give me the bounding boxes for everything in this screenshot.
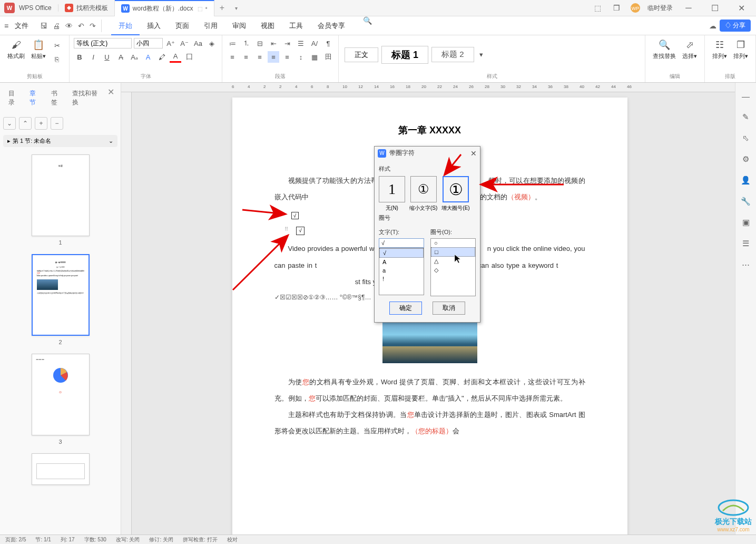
menu-tab-review[interactable]: 审阅 (225, 16, 253, 35)
select-button[interactable]: ⬀ 选择▾ (679, 37, 700, 72)
find-replace-button[interactable]: 🔍 查找替换 (650, 37, 679, 72)
shading-icon[interactable]: ▦ (309, 51, 320, 63)
thumb-4[interactable] (5, 453, 115, 485)
menu-tab-view[interactable]: 视图 (253, 16, 282, 35)
align-left-icon[interactable]: ≡ (227, 51, 238, 63)
thumb-page[interactable]: xxx xxx xxx ⊙ (32, 354, 90, 435)
box-icon[interactable]: ❒ (610, 1, 623, 15)
thumb-2[interactable]: 第一章 XXXXX 第一节 XXX 视频提供了功能强大的方法帮助您证明您的观点当… (5, 254, 115, 345)
font-color-icon[interactable]: A (170, 51, 181, 63)
list-item[interactable]: a (379, 266, 424, 275)
collapse-icon[interactable]: ⌄ (3, 117, 16, 130)
numbering-icon[interactable]: ⒈ (240, 37, 252, 49)
indent-right-icon[interactable]: ⇥ (281, 37, 293, 49)
menu-tab-insert[interactable]: 插入 (140, 16, 168, 35)
align-right-icon[interactable]: ≡ (254, 51, 266, 63)
style-enlarge[interactable]: ① 增大圈号(E) (441, 176, 469, 212)
enclose-list[interactable]: ○ □ △ ◇ (430, 238, 476, 296)
char-status[interactable]: 字数: 530 (84, 536, 106, 543)
save-icon[interactable]: 🖫 (40, 22, 47, 30)
thumb-3[interactable]: xxx xxx xxx ⊙ 3 (5, 354, 115, 445)
borders-icon[interactable]: 田 (322, 51, 334, 63)
grow-font-icon[interactable]: A⁺ (165, 37, 176, 49)
pointer-icon[interactable]: ⬁ (740, 132, 752, 144)
minus-icon[interactable]: — (740, 90, 752, 102)
sidebar-tab-bookmarks[interactable]: 书签 (46, 87, 67, 109)
indent-left-icon[interactable]: ⇤ (268, 37, 279, 49)
underline-icon[interactable]: U (101, 51, 113, 63)
justify-icon[interactable]: ≡ (268, 51, 279, 63)
layout-button[interactable]: ❐ 排列▾ (730, 37, 751, 72)
section-select[interactable]: ▸ 第 1 节: 未命名 ⌄ (3, 135, 117, 147)
proof-status[interactable]: 校对 (227, 536, 238, 543)
maximize-button[interactable]: ☐ (704, 0, 725, 16)
tab-dropdown-icon[interactable]: ▾ (230, 5, 243, 11)
tools-icon[interactable]: 🔧 (740, 196, 752, 207)
plugins-icon[interactable]: ▣ (740, 217, 752, 228)
redo-icon[interactable]: ↷ (90, 22, 96, 30)
style-normal[interactable]: 正文 (345, 47, 378, 62)
share-button[interactable]: ♢ 分享 (720, 20, 751, 32)
dialog-titlebar[interactable]: W 带圈字符 ✕ (375, 147, 480, 160)
strikethrough-icon[interactable]: A̶ (115, 51, 126, 63)
bullets-icon[interactable]: ≔ (227, 37, 238, 49)
search-icon[interactable]: 🔍 (363, 16, 372, 35)
change-case-icon[interactable]: Aa (192, 37, 204, 49)
text-list[interactable]: √ A a ! (379, 248, 424, 295)
list-item[interactable]: ! (379, 275, 424, 283)
italic-icon[interactable]: I (87, 51, 99, 63)
style-heading2[interactable]: 标题 2 (431, 47, 474, 62)
page-status[interactable]: 页面: 2/5 (5, 536, 26, 543)
more-icon[interactable]: ⋯ (740, 259, 752, 270)
copy-icon[interactable]: ⎘ (51, 53, 63, 65)
font-size-select[interactable] (134, 38, 163, 48)
thumb-page[interactable]: 第一章 XXXXX 第一节 XXX 视频提供了功能强大的方法帮助您证明您的观点当… (32, 254, 90, 336)
multilevel-icon[interactable]: ⊟ (254, 37, 266, 49)
sidebar-tab-sections[interactable]: 章节 (24, 87, 45, 109)
tab-document[interactable]: W word教程（新）.docx ⬚ • (115, 0, 214, 16)
thumb-1[interactable]: 标题 1 (5, 154, 115, 246)
login-text[interactable]: 临时登录 (647, 4, 673, 13)
pen-icon[interactable]: ✎ (740, 111, 752, 123)
ruler-horizontal[interactable]: 6422468101214161820222426283032343638404… (121, 83, 735, 92)
settings-icon[interactable]: ⚙ (740, 153, 752, 165)
tab-add-button[interactable]: + (214, 3, 230, 13)
text-effects-icon[interactable]: A (142, 51, 154, 63)
thumb-page[interactable] (32, 453, 90, 485)
distribute-icon[interactable]: ≡ (281, 51, 293, 63)
cut-icon[interactable]: ✂ (51, 40, 63, 51)
paste-button[interactable]: 📋 粘贴▾ (28, 37, 49, 72)
line-spacing-icon[interactable]: ↕ (295, 51, 307, 63)
font-family-select[interactable] (74, 38, 132, 48)
ok-button[interactable]: 确定 (389, 302, 422, 315)
col-status[interactable]: 列: 17 (61, 536, 75, 543)
style-heading1[interactable]: 标题 1 (381, 46, 428, 64)
char-scale-icon[interactable]: ☰ (295, 37, 307, 49)
scan-icon[interactable]: ⬚ (591, 1, 604, 15)
shrink-font-icon[interactable]: A⁻ (179, 37, 190, 49)
styles-more-icon[interactable]: ▾ (476, 49, 487, 61)
list-item[interactable]: √ (379, 248, 424, 258)
menu-file[interactable]: 文件 (13, 21, 31, 31)
close-button[interactable]: ✕ (731, 0, 752, 16)
menu-tab-member[interactable]: 会员专享 (310, 16, 352, 35)
expand-icon[interactable]: ⌃ (19, 117, 32, 130)
section-status[interactable]: 节: 1/1 (35, 536, 51, 543)
align-center-icon[interactable]: ≡ (240, 51, 252, 63)
menu-tab-tools[interactable]: 工具 (282, 16, 310, 35)
sidebar-close-icon[interactable]: ✕ (104, 87, 117, 109)
list-icon[interactable]: ☰ (740, 238, 752, 249)
bold-icon[interactable]: B (74, 51, 85, 63)
overwrite-status[interactable]: 改写: 关闭 (116, 536, 140, 543)
style-shrink[interactable]: ① 缩小文字(S) (409, 176, 437, 212)
undo-icon[interactable]: ↶ (78, 22, 84, 30)
list-item[interactable]: △ (431, 257, 475, 266)
show-marks-icon[interactable]: ¶ (322, 37, 334, 49)
ruler-vertical[interactable] (121, 92, 132, 535)
menu-tab-start[interactable]: 开始 (111, 16, 140, 35)
add-section-icon[interactable]: + (35, 117, 47, 130)
cancel-button[interactable]: 取消 (433, 302, 465, 315)
spell-status[interactable]: 拼写检查: 打开 (183, 536, 218, 543)
minimize-button[interactable]: ─ (678, 0, 699, 16)
thumb-page[interactable]: 标题 (32, 154, 90, 236)
